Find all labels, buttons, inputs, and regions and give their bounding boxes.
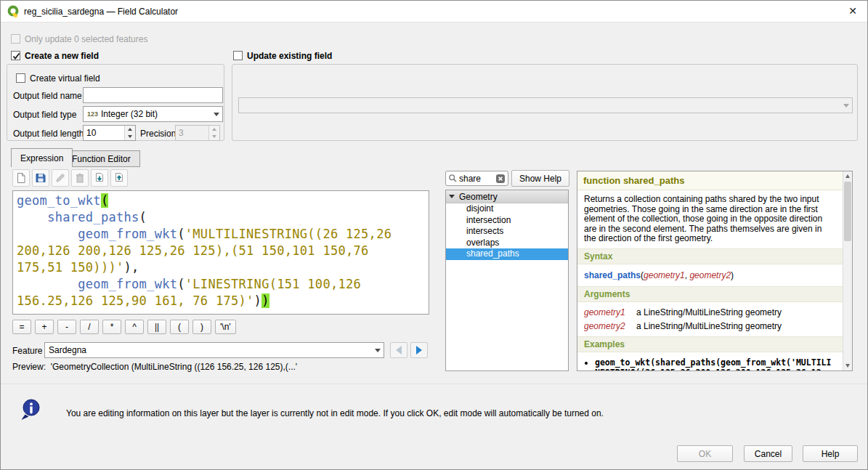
cancel-button[interactable]: Cancel (744, 445, 792, 462)
info-icon (18, 398, 43, 424)
operator-button-0[interactable]: = (12, 320, 31, 334)
edit-expression-button[interactable] (52, 169, 69, 187)
function-item-intersects[interactable]: intersects (446, 226, 568, 238)
checkbox-indicator (16, 73, 25, 83)
expression-editor[interactable]: geom_to_wkt( shared_paths( geom_from_wkt… (12, 190, 429, 315)
integer-type-icon: 123 (87, 110, 98, 118)
new-expression-button[interactable] (12, 169, 30, 187)
search-icon (448, 174, 458, 183)
spinner-down-button[interactable] (125, 133, 135, 140)
feature-value: Sardegna (45, 345, 371, 355)
edit-expression-icon (54, 172, 66, 184)
output-field-length-spinner[interactable] (83, 125, 136, 141)
operator-button-6[interactable]: || (147, 320, 166, 334)
show-help-button[interactable]: Show Help (511, 170, 569, 187)
output-field-name-label: Output field name (13, 91, 82, 101)
operator-button-5[interactable]: ^ (125, 320, 144, 334)
operator-button-4[interactable]: * (102, 320, 121, 334)
function-item-shared_paths[interactable]: shared_paths (446, 248, 568, 260)
new-field-groupbox: Create virtual field Output field name O… (7, 64, 224, 141)
output-field-type-select[interactable]: 123 Integer (32 bit) (83, 106, 223, 122)
function-help-panel: function shared_paths Returns a collecti… (577, 171, 853, 371)
arguments-header: Arguments (577, 286, 843, 302)
checkbox-label: Only update 0 selected features (25, 34, 147, 44)
chevron-down-icon (845, 364, 850, 368)
expression-line: geom_from_wkt('LINESTRING(151 100,126 (17, 276, 425, 293)
output-field-name-input[interactable] (83, 87, 223, 103)
function-search-input[interactable] (459, 174, 494, 184)
precision-label: Precision (140, 129, 176, 139)
operator-button-7[interactable]: ( (170, 320, 189, 334)
export-expression-button[interactable] (110, 169, 128, 187)
update-existing-field-checkbox[interactable]: Update existing field (233, 50, 332, 61)
save-expression-icon (35, 172, 46, 184)
footer-divider (1, 384, 867, 384)
expression-line: shared_paths( (17, 209, 425, 226)
checkbox-indicator (11, 34, 20, 44)
delete-expression-button[interactable] (71, 169, 89, 187)
clear-search-icon (495, 174, 506, 184)
edit-mode-message: You are editing information on this laye… (66, 408, 604, 418)
function-list: disjointintersectionintersectsoverlapssh… (446, 203, 568, 260)
argument-name: geometry2 (584, 321, 636, 331)
help-scrollbar[interactable] (843, 171, 852, 370)
expression-toolbar (12, 169, 128, 187)
save-expression-button[interactable] (32, 169, 49, 187)
chevron-down-icon[interactable] (371, 343, 384, 357)
tab-expression[interactable]: Expression (11, 148, 73, 167)
output-field-type-value: Integer (32 bit) (101, 109, 158, 119)
spinner-up-button[interactable] (209, 126, 219, 133)
function-tree: Geometry disjointintersectionintersectso… (445, 190, 569, 371)
feature-select[interactable]: Sardegna (44, 342, 384, 358)
create-new-field-checkbox[interactable]: Create a new field (11, 50, 99, 61)
titlebar: reg_sicilia_sardegna — Field Calculator … (1, 1, 867, 23)
chevron-down-icon (212, 135, 216, 138)
output-field-length-value[interactable] (84, 126, 124, 140)
help-description: Returns a collection containing paths sh… (577, 190, 843, 248)
help-button[interactable]: Help (803, 445, 858, 462)
operator-button-9[interactable]: '\n' (215, 320, 236, 334)
syntax-signature: shared_paths(geometry1, geometry2) (577, 264, 843, 286)
ok-button[interactable]: OK (677, 445, 733, 462)
group-label: Geometry (459, 192, 498, 202)
output-field-type-label: Output field type (13, 110, 76, 120)
next-feature-button[interactable] (410, 342, 428, 358)
clear-search-button[interactable] (495, 174, 506, 184)
checkmark-icon (11, 51, 22, 62)
spinner-up-button[interactable] (125, 126, 135, 133)
function-item-intersection[interactable]: intersection (446, 215, 568, 227)
import-expression-icon (94, 172, 105, 184)
operator-button-3[interactable]: / (80, 320, 99, 334)
chevron-down-icon[interactable] (210, 107, 222, 121)
checkbox-label: Update existing field (247, 51, 332, 61)
output-field-length-label: Output field length (13, 129, 84, 139)
operator-button-1[interactable]: + (35, 320, 54, 334)
previous-feature-button[interactable] (390, 342, 407, 358)
spinner-down-button[interactable] (209, 133, 219, 140)
arguments-table: geometry1a LineString/MultiLineString ge… (577, 302, 843, 336)
precision-spinner[interactable] (175, 125, 220, 141)
function-item-overlaps[interactable]: overlaps (446, 238, 568, 249)
new-expression-icon (15, 172, 27, 184)
checkbox-indicator (233, 51, 243, 60)
import-expression-button[interactable] (91, 169, 108, 187)
export-expression-icon (113, 172, 125, 184)
scrollbar-thumb[interactable] (844, 182, 851, 241)
update-existing-groupbox (232, 64, 858, 141)
close-button[interactable]: ✕ (845, 4, 860, 18)
create-virtual-field-checkbox[interactable]: Create virtual field (16, 73, 100, 84)
precision-value[interactable] (176, 126, 208, 140)
scroll-up-button[interactable] (843, 171, 852, 181)
expression-line: 200,126 200,126 125,26 125),(51 150,101 … (17, 243, 425, 259)
only-update-selected-checkbox[interactable]: Only update 0 selected features (11, 33, 147, 44)
function-item-disjoint[interactable]: disjoint (446, 203, 568, 215)
close-icon: ✕ (848, 5, 857, 17)
expression-line: geom_from_wkt('MULTILINESTRING((26 125,2… (17, 226, 425, 243)
operator-button-8[interactable]: ) (192, 320, 211, 334)
existing-field-select[interactable] (238, 97, 853, 113)
geometry-group-header[interactable]: Geometry (446, 190, 568, 203)
chevron-down-icon[interactable] (840, 98, 852, 113)
scroll-down-button[interactable] (843, 361, 852, 370)
tab-function-editor[interactable]: Function Editor (62, 150, 140, 167)
operator-button-2[interactable]: - (57, 320, 76, 334)
